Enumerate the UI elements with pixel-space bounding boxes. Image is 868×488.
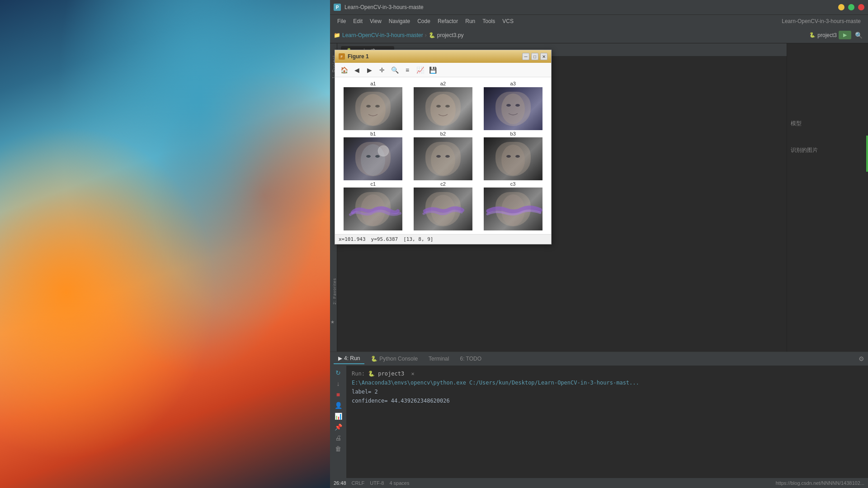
fig-pan-btn[interactable]: ✛: [377, 65, 387, 75]
breadcrumb-project[interactable]: Learn-OpenCV-in-3-hours-master: [342, 32, 423, 38]
figure-status: x=101.943 y=95.6387 [13, 8, 9]: [335, 234, 551, 244]
search-button[interactable]: 🔍: [853, 30, 864, 41]
settings-icon[interactable]: ⚙: [859, 355, 864, 362]
run-scroll-icon[interactable]: ↓: [334, 379, 343, 388]
breadcrumb-file[interactable]: project3.py: [437, 32, 464, 38]
menu-tools[interactable]: Tools: [479, 15, 499, 27]
label-a3: a3: [510, 81, 516, 86]
face-image-b2: [414, 137, 472, 180]
svg-point-0: [360, 94, 386, 126]
window-controls: [838, 4, 864, 10]
face-svg-b2: [414, 137, 472, 180]
run-button[interactable]: ▶: [839, 31, 851, 39]
face-image-a1: [344, 87, 402, 130]
terminal-label: Terminal: [429, 356, 449, 362]
run-icon: ▶: [843, 32, 847, 38]
run-tab-label: 4: Run: [344, 355, 360, 361]
run-trash-icon[interactable]: 🗑: [334, 444, 343, 453]
label-c3: c3: [510, 181, 516, 187]
figure-window: F Figure 1 ─ □ ✕ 🏠 ◀ ▶ ✛ 🔍 ≡ 📈 💾 a1: [335, 50, 552, 244]
run-stop-icon[interactable]: ■: [334, 390, 343, 399]
menu-file[interactable]: File: [334, 15, 349, 27]
run-icon-inline: 🐍: [368, 371, 378, 377]
menu-edit[interactable]: Edit: [349, 15, 366, 27]
run-restart-icon[interactable]: ↻: [334, 368, 343, 377]
run-config-name[interactable]: project3: [817, 32, 837, 38]
svg-point-12: [378, 145, 389, 156]
run-pin-icon[interactable]: 📌: [334, 422, 343, 432]
run-tab-close[interactable]: ✕: [411, 371, 414, 377]
svg-point-2: [375, 105, 380, 108]
face-image-a3: [484, 87, 542, 130]
fig-config-btn[interactable]: ≡: [402, 65, 413, 75]
face-svg-a1: [344, 87, 402, 130]
fig-line-btn[interactable]: 📈: [415, 65, 425, 75]
fig-forward-btn[interactable]: ▶: [364, 65, 375, 75]
face-svg-a3: [484, 87, 542, 130]
star-icon: ★: [330, 319, 335, 324]
figure-titlebar: F Figure 1 ─ □ ✕: [335, 50, 551, 63]
right-panel-text2: 识别的图片: [791, 146, 864, 155]
label-a2: a2: [440, 81, 446, 86]
run-config-icon: 🐍: [809, 32, 816, 38]
tab-terminal[interactable]: Terminal: [424, 354, 453, 364]
right-panel: 模型 识别的图片: [787, 43, 868, 352]
fig-back-btn[interactable]: ◀: [351, 65, 362, 75]
figure-status-x: x=101.943: [339, 236, 366, 242]
svg-point-8: [515, 104, 520, 107]
menu-code[interactable]: Code: [414, 15, 434, 27]
svg-point-1: [366, 105, 371, 108]
svg-point-5: [445, 105, 450, 108]
svg-point-18: [515, 155, 520, 158]
close-button[interactable]: [858, 4, 864, 10]
desktop-background: [0, 0, 330, 488]
image-cell-b2: b2: [409, 131, 478, 180]
python-console-label: Python Console: [379, 356, 418, 362]
svg-point-4: [436, 105, 441, 108]
label-a1: a1: [370, 81, 376, 86]
figure-close-btn[interactable]: ✕: [540, 53, 547, 60]
fig-save-btn[interactable]: 💾: [427, 65, 438, 75]
run-tab-header: Run: 🐍 project3 ✕: [352, 369, 863, 378]
fig-home-btn[interactable]: 🏠: [339, 65, 349, 75]
sidebar-item-favorites[interactable]: 2: Favorites: [330, 276, 337, 306]
face-image-b1: [344, 137, 402, 180]
figure-controls: ─ □ ✕: [522, 53, 547, 60]
run-people-icon[interactable]: 👤: [334, 401, 343, 410]
figure-maximize-btn[interactable]: □: [531, 53, 538, 60]
breadcrumb-separator: ›: [425, 32, 427, 38]
toolbar: 📁 Learn-OpenCV-in-3-hours-master › 🐍 pro…: [330, 27, 868, 43]
figure-minimize-btn[interactable]: ─: [522, 53, 529, 60]
image-grid: a1 a2: [339, 81, 547, 230]
face-svg-c1: [344, 188, 402, 230]
minimize-button[interactable]: [838, 4, 844, 10]
tab-run[interactable]: ▶ 4: Run: [334, 353, 364, 364]
menu-refactor[interactable]: Refactor: [434, 15, 462, 27]
svg-point-17: [506, 155, 511, 158]
face-svg-b1: [344, 137, 402, 180]
right-panel-content: 模型 识别的图片: [791, 119, 864, 155]
status-url[interactable]: https://blog.csdn.net/NNNNN/1438102...: [776, 480, 864, 486]
status-line-col[interactable]: 26:48: [334, 480, 346, 486]
menu-navigate[interactable]: Navigate: [385, 15, 414, 27]
status-encoding[interactable]: UTF-8: [370, 480, 384, 486]
status-indent[interactable]: 4 spaces: [389, 480, 409, 486]
tab-todo[interactable]: 6: TODO: [455, 354, 486, 364]
fig-zoom-btn[interactable]: 🔍: [389, 65, 400, 75]
run-chart-icon[interactable]: 📊: [334, 412, 343, 421]
run-panel: ↻ ↓ ■ 👤 📊 📌 🖨 🗑 Run: 🐍 project3 ✕ E:\: [330, 366, 868, 478]
menu-run[interactable]: Run: [462, 15, 479, 27]
confidence-output: confidence= 44.439262348620026: [352, 398, 450, 404]
image-cell-b3: b3: [478, 131, 547, 180]
image-cell-c2: c2: [409, 181, 478, 230]
figure-status-y: y=95.6387: [371, 236, 398, 242]
figure-status-coords: [13, 8, 9]: [403, 236, 433, 242]
run-print-icon[interactable]: 🖨: [334, 433, 343, 442]
maximize-button[interactable]: [848, 4, 854, 10]
svg-point-16: [501, 145, 525, 175]
menu-vcs[interactable]: VCS: [499, 15, 517, 27]
status-crlf[interactable]: CRLF: [352, 480, 365, 486]
menu-view[interactable]: View: [366, 15, 385, 27]
tab-python-console[interactable]: 🐍 Python Console: [366, 354, 422, 364]
right-indicator: [866, 136, 868, 172]
